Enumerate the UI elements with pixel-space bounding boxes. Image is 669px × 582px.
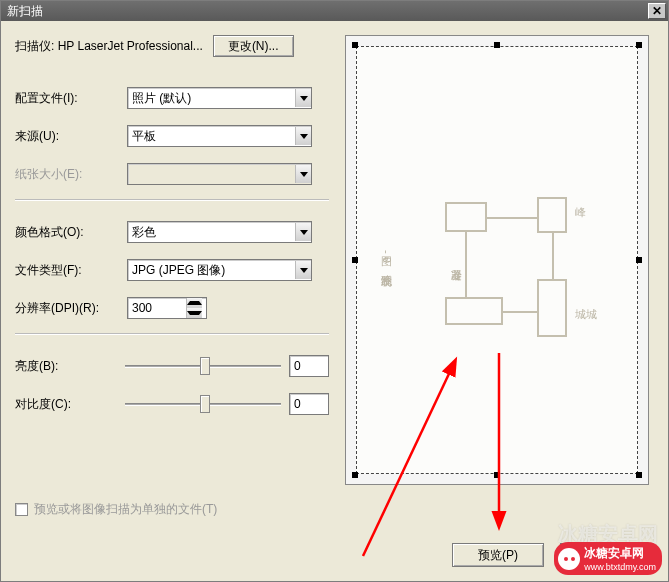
dpi-spin-down[interactable] <box>186 308 202 318</box>
chevron-down-icon <box>295 127 311 145</box>
separator <box>15 199 329 201</box>
dropdown-papersize <box>127 163 312 185</box>
watermark-badge: 冰糖安卓网 www.btxtdmy.com <box>554 542 662 575</box>
scanner-row: 扫描仪: HP LaserJet Professional... 更改(N)..… <box>15 35 329 57</box>
row-source: 来源(U): 平板 <box>15 123 329 149</box>
separator <box>15 333 329 335</box>
dpi-spin-up[interactable] <box>186 298 202 308</box>
crop-handle[interactable] <box>636 42 642 48</box>
dropdown-source-value: 平板 <box>132 128 156 145</box>
separate-files-label: 预览或将图像扫描为单独的文件(T) <box>34 501 217 518</box>
close-icon: ✕ <box>652 4 662 18</box>
dpi-input[interactable] <box>128 298 186 318</box>
watermark-url: www.btxtdmy.com <box>584 562 656 572</box>
scanner-label: 扫描仪: HP LaserJet Professional... <box>15 38 203 55</box>
chevron-down-icon <box>295 223 311 241</box>
label-papersize: 纸张大小(E): <box>15 166 127 183</box>
row-filetype: 文件类型(F): JPG (JPEG 图像) <box>15 257 329 283</box>
dropdown-profile-value: 照片 (默认) <box>132 90 191 107</box>
dropdown-profile[interactable]: 照片 (默认) <box>127 87 312 109</box>
watermark-brand: 冰糖安卓网 <box>584 545 656 562</box>
crop-handle[interactable] <box>636 257 642 263</box>
contrast-slider[interactable] <box>125 393 281 415</box>
row-dpi: 分辨率(DPI)(R): <box>15 295 329 321</box>
row-contrast: 对比度(C): <box>15 391 329 417</box>
contrast-thumb[interactable] <box>200 395 210 413</box>
titlebar: 新扫描 ✕ <box>1 1 668 21</box>
label-contrast: 对比度(C): <box>15 396 125 413</box>
crop-handle[interactable] <box>494 42 500 48</box>
dialog-content: 扫描仪: HP LaserJet Professional... 更改(N)..… <box>1 21 668 581</box>
dropdown-filetype-value: JPG (JPEG 图像) <box>132 262 225 279</box>
label-profile: 配置文件(I): <box>15 90 127 107</box>
label-colorfmt: 颜色格式(O): <box>15 224 127 241</box>
brightness-value[interactable] <box>289 355 329 377</box>
separate-files-row: 预览或将图像扫描为单独的文件(T) <box>15 501 217 518</box>
label-brightness: 亮度(B): <box>15 358 125 375</box>
chevron-down-icon <box>295 89 311 107</box>
separate-files-checkbox[interactable] <box>15 503 28 516</box>
close-button[interactable]: ✕ <box>648 3 666 19</box>
preview-button[interactable]: 预览(P) <box>452 543 544 567</box>
row-brightness: 亮度(B): <box>15 353 329 379</box>
label-filetype: 文件类型(F): <box>15 262 127 279</box>
dropdown-colorfmt-value: 彩色 <box>132 224 156 241</box>
dropdown-filetype[interactable]: JPG (JPEG 图像) <box>127 259 312 281</box>
dropdown-source[interactable]: 平板 <box>127 125 312 147</box>
brightness-thumb[interactable] <box>200 357 210 375</box>
dropdown-colorfmt[interactable]: 彩色 <box>127 221 312 243</box>
preview-panel: 图 - 0 制冷系统 冷凝器 峰 城城 <box>341 21 668 581</box>
row-papersize: 纸张大小(E): <box>15 161 329 187</box>
settings-panel: 扫描仪: HP LaserJet Professional... 更改(N)..… <box>1 21 341 581</box>
crop-handle[interactable] <box>636 472 642 478</box>
brightness-slider[interactable] <box>125 355 281 377</box>
preview-frame: 图 - 0 制冷系统 冷凝器 峰 城城 <box>345 35 649 485</box>
crop-handle[interactable] <box>352 257 358 263</box>
scan-dialog: 新扫描 ✕ 扫描仪: HP LaserJet Professional... 更… <box>0 0 669 582</box>
scan-preview-sketch: 图 - 0 制冷系统 冷凝器 峰 城城 <box>405 187 605 357</box>
dpi-spinner[interactable] <box>127 297 207 319</box>
window-title: 新扫描 <box>7 3 43 20</box>
row-colorfmt: 颜色格式(O): 彩色 <box>15 219 329 245</box>
chevron-down-icon <box>295 165 311 183</box>
crop-handle[interactable] <box>494 472 500 478</box>
crop-handle[interactable] <box>352 472 358 478</box>
contrast-value[interactable] <box>289 393 329 415</box>
preview-selection[interactable]: 图 - 0 制冷系统 冷凝器 峰 城城 <box>356 46 638 474</box>
watermark-icon <box>558 548 580 570</box>
chevron-down-icon <box>295 261 311 279</box>
label-dpi: 分辨率(DPI)(R): <box>15 300 127 317</box>
change-scanner-button[interactable]: 更改(N)... <box>213 35 294 57</box>
row-profile: 配置文件(I): 照片 (默认) <box>15 85 329 111</box>
label-source: 来源(U): <box>15 128 127 145</box>
crop-handle[interactable] <box>352 42 358 48</box>
